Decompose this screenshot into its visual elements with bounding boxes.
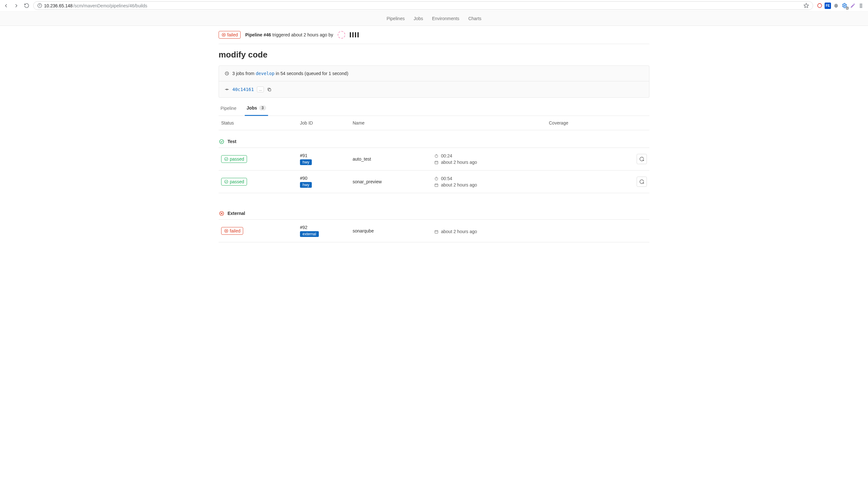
- app-header: Pipelines Jobs Environments Charts: [0, 11, 868, 26]
- commit-sha-link[interactable]: 40c14161: [232, 87, 254, 92]
- status-text: failed: [227, 32, 238, 37]
- col-job-id: Job ID: [300, 120, 352, 125]
- col-coverage: Coverage: [549, 120, 630, 125]
- svg-rect-15: [268, 89, 271, 91]
- stage-name: Test: [227, 139, 237, 144]
- svg-point-4: [817, 3, 822, 8]
- job-when: about 2 hours ago: [434, 160, 549, 165]
- job-status-badge[interactable]: failed: [221, 227, 243, 235]
- runner-tag: hwy: [300, 182, 312, 188]
- extension-icon[interactable]: 6: [841, 3, 847, 9]
- svg-rect-6: [860, 4, 861, 8]
- job-duration: 00:54: [434, 176, 549, 181]
- col-times: [434, 120, 549, 125]
- top-nav: Pipelines Jobs Environments Charts: [0, 11, 868, 26]
- expand-message-button[interactable]: ...: [257, 87, 264, 92]
- pipeline-trigger-text: Pipeline #46 triggered about 2 hours ago…: [245, 32, 333, 37]
- col-status: Status: [219, 120, 300, 125]
- page-title: modify code: [219, 44, 649, 62]
- svg-point-17: [225, 157, 228, 161]
- pipeline-meta-row: failed Pipeline #46 triggered about 2 ho…: [219, 26, 649, 44]
- job-id[interactable]: #90: [300, 176, 352, 181]
- retry-button[interactable]: [637, 177, 647, 187]
- back-button[interactable]: [3, 2, 9, 9]
- extension-icon[interactable]: [858, 3, 864, 9]
- tabs: Pipeline Jobs 3: [219, 101, 649, 116]
- svg-point-25: [225, 180, 228, 184]
- pipeline-info-box: 3 jobs from develop in 54 seconds (queue…: [219, 65, 649, 98]
- svg-point-16: [220, 140, 224, 144]
- browser-toolbar: 10.236.65.148/scm/mavenDemo/pipelines/46…: [0, 0, 868, 11]
- stage-header: External: [219, 202, 649, 220]
- svg-rect-42: [435, 230, 438, 233]
- extensions-row: FE 6: [816, 3, 865, 9]
- calendar-icon: [434, 229, 438, 234]
- avatar[interactable]: [338, 31, 345, 39]
- main-container: failed Pipeline #46 triggered about 2 ho…: [219, 26, 649, 242]
- stage-header: Test: [219, 130, 649, 148]
- url-text: 10.236.65.148/scm/mavenDemo/pipelines/46…: [44, 3, 802, 8]
- jobs-count-badge: 3: [259, 106, 267, 111]
- reload-button[interactable]: [23, 2, 30, 9]
- extension-icon[interactable]: FE: [825, 3, 831, 9]
- job-status-badge[interactable]: passed: [221, 155, 247, 163]
- svg-marker-3: [804, 3, 808, 7]
- badge-count: 6: [846, 7, 848, 9]
- col-name: Name: [352, 120, 434, 125]
- clock-icon: [225, 71, 229, 76]
- job-name[interactable]: sonar_preview: [352, 179, 434, 184]
- svg-point-5: [844, 5, 845, 6]
- job-id[interactable]: #92: [300, 225, 352, 230]
- runner-tag: hwy: [300, 159, 312, 165]
- extension-icon[interactable]: [849, 3, 856, 9]
- bookmark-star-icon[interactable]: [804, 3, 809, 8]
- commit-icon: [225, 87, 229, 92]
- tab-jobs[interactable]: Jobs 3: [245, 101, 268, 116]
- svg-rect-7: [861, 4, 862, 8]
- job-row: passed #91 hwy auto_test 00:24 about 2 h…: [219, 148, 649, 171]
- avatar[interactable]: [350, 32, 360, 37]
- svg-point-2: [39, 4, 40, 5]
- copy-icon[interactable]: [267, 87, 272, 92]
- svg-rect-29: [435, 184, 438, 186]
- job-name[interactable]: auto_test: [352, 156, 434, 161]
- job-row: passed #90 hwy sonar_preview 00:54 about…: [219, 171, 649, 193]
- job-status-badge[interactable]: passed: [221, 178, 247, 185]
- svg-rect-21: [435, 161, 438, 164]
- branch-link[interactable]: develop: [256, 71, 274, 76]
- info-jobs-summary: 3 jobs from develop in 54 seconds (queue…: [219, 66, 649, 81]
- nav-environments[interactable]: Environments: [432, 16, 460, 21]
- pipeline-status-badge: failed: [219, 31, 241, 39]
- nav-charts[interactable]: Charts: [468, 16, 481, 21]
- svg-point-12: [226, 89, 227, 90]
- extension-icon[interactable]: [816, 3, 823, 9]
- runner-tag: external: [300, 231, 319, 237]
- job-row: failed #92 external sonarqube about 2 ho…: [219, 220, 649, 242]
- site-info-icon[interactable]: [37, 3, 42, 8]
- stage-status-icon: [219, 210, 224, 216]
- stage-status-icon: [219, 139, 224, 144]
- extension-icon[interactable]: [833, 3, 839, 9]
- calendar-icon: [434, 160, 438, 164]
- retry-button[interactable]: [637, 154, 647, 164]
- table-header: Status Job ID Name Coverage: [219, 116, 649, 130]
- forward-button[interactable]: [13, 2, 20, 9]
- job-duration: 00:24: [434, 153, 549, 158]
- nav-jobs[interactable]: Jobs: [413, 16, 423, 21]
- job-when: about 2 hours ago: [434, 229, 549, 234]
- info-commit-row: 40c14161 ...: [219, 81, 649, 97]
- job-name[interactable]: sonarqube: [352, 228, 434, 234]
- job-id[interactable]: #91: [300, 153, 352, 158]
- col-actions: [630, 120, 649, 125]
- tab-label: Jobs: [247, 106, 257, 111]
- stopwatch-icon: [434, 176, 438, 181]
- svg-point-18: [435, 155, 438, 157]
- tab-pipeline[interactable]: Pipeline: [219, 101, 238, 116]
- job-when: about 2 hours ago: [434, 182, 549, 187]
- stage-name: External: [227, 211, 245, 216]
- jobs-summary-text: 3 jobs from develop in 54 seconds (queue…: [232, 71, 348, 76]
- address-bar[interactable]: 10.236.65.148/scm/mavenDemo/pipelines/46…: [33, 1, 813, 10]
- stopwatch-icon: [434, 154, 438, 158]
- nav-pipelines[interactable]: Pipelines: [386, 16, 405, 21]
- calendar-icon: [434, 183, 438, 187]
